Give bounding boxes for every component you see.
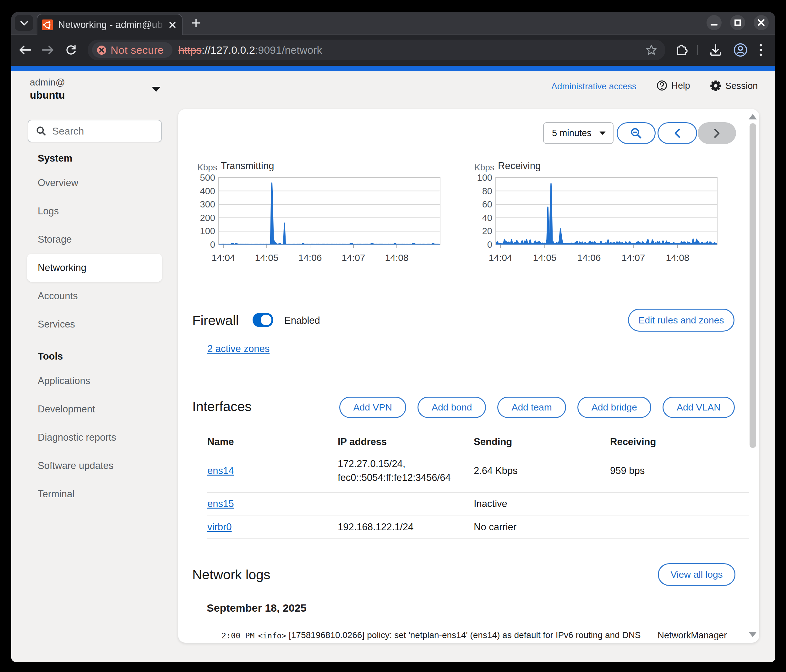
sending-cell: No carrier bbox=[474, 521, 610, 533]
sidebar-item-accounts[interactable]: Accounts bbox=[27, 282, 162, 310]
cockpit-page: admin@ ubuntu Search System Overview Log… bbox=[11, 71, 775, 662]
plus-icon bbox=[191, 18, 201, 28]
interface-buttons: Add VPN Add bond Add team Add bridge Add… bbox=[339, 397, 735, 418]
profile-avatar-icon bbox=[733, 43, 748, 57]
firewall-toggle[interactable] bbox=[253, 313, 273, 327]
interval-select[interactable]: 5 minutes bbox=[543, 122, 613, 144]
sending-cell: Inactive bbox=[474, 498, 610, 510]
transmitting-chart: Kbps Transmitting 010020030040050014:041… bbox=[178, 159, 454, 268]
add-team-button[interactable]: Add team bbox=[497, 397, 566, 418]
svg-text:14:04: 14:04 bbox=[211, 252, 235, 263]
svg-text:14:05: 14:05 bbox=[533, 252, 556, 263]
not-secure-icon bbox=[97, 45, 107, 55]
nav-tools-items: Applications Development Diagnostic repo… bbox=[11, 367, 178, 508]
svg-text:100: 100 bbox=[200, 226, 215, 236]
sidebar-item-logs[interactable]: Logs bbox=[27, 197, 162, 225]
browser-tab[interactable]: Networking - admin@ub bbox=[37, 14, 182, 35]
address-bar[interactable]: Not secure https://127.0.0.2:9091/networ… bbox=[88, 39, 665, 60]
log-level: <info> bbox=[258, 631, 286, 640]
sidebar-item-services[interactable]: Services bbox=[27, 310, 162, 338]
help-menu[interactable]: Help bbox=[657, 80, 690, 91]
security-badge-label: Not secure bbox=[111, 44, 163, 56]
zoom-out-button[interactable] bbox=[617, 122, 656, 144]
interface-link-virbr0[interactable]: virbr0 bbox=[208, 521, 232, 532]
window-controls bbox=[706, 15, 769, 30]
sidebar-item-development[interactable]: Development bbox=[27, 395, 162, 423]
svg-text:200: 200 bbox=[200, 213, 215, 223]
interface-link-ens15[interactable]: ens15 bbox=[208, 498, 234, 509]
sidebar-item-software-updates[interactable]: Software updates bbox=[27, 452, 162, 480]
host-switcher-button[interactable] bbox=[151, 86, 161, 94]
scrollbar-down-arrow[interactable] bbox=[748, 632, 757, 637]
sidebar-item-applications[interactable]: Applications bbox=[27, 367, 162, 395]
nav-section-system: System bbox=[38, 150, 72, 167]
profile-button[interactable] bbox=[733, 42, 748, 58]
search-icon bbox=[36, 126, 46, 136]
star-icon bbox=[646, 44, 657, 56]
interval-value: 5 minutes bbox=[552, 128, 591, 138]
downloads-button[interactable] bbox=[708, 42, 723, 58]
download-icon bbox=[709, 43, 722, 57]
log-entries: 2:00 PM <info> [1758196810.0266] policy:… bbox=[178, 628, 759, 643]
minimize-button[interactable] bbox=[706, 15, 722, 30]
sidebar-item-label: Applications bbox=[38, 375, 90, 387]
receiving-chart: Kbps Receiving 02040608010014:0414:0514:… bbox=[455, 159, 732, 268]
forward-button[interactable] bbox=[41, 42, 56, 58]
add-bond-button[interactable]: Add bond bbox=[418, 397, 486, 418]
view-all-logs-button[interactable]: View all logs bbox=[658, 563, 736, 586]
interface-name-cell: ens15 bbox=[208, 498, 338, 510]
sidebar-item-overview[interactable]: Overview bbox=[27, 169, 162, 197]
log-date: September 18, 2025 bbox=[207, 602, 307, 614]
browser-toolbar: Not secure https://127.0.0.2:9091/networ… bbox=[11, 35, 775, 66]
new-tab-button[interactable] bbox=[187, 15, 205, 31]
svg-text:0: 0 bbox=[487, 239, 492, 250]
back-button[interactable] bbox=[17, 42, 32, 58]
interfaces-title: Interfaces bbox=[192, 399, 252, 414]
svg-text:500: 500 bbox=[200, 173, 215, 183]
help-icon bbox=[657, 80, 667, 91]
add-bridge-button[interactable]: Add bridge bbox=[577, 397, 651, 418]
interface-link-ens14[interactable]: ens14 bbox=[208, 465, 234, 476]
svg-text:14:08: 14:08 bbox=[666, 252, 689, 263]
sidebar-item-storage[interactable]: Storage bbox=[27, 225, 162, 253]
log-entry[interactable]: 2:00 PM <info> [1758196810.0266] policy:… bbox=[178, 628, 759, 643]
tab-close-icon[interactable] bbox=[169, 21, 176, 28]
extensions-button[interactable] bbox=[675, 42, 690, 58]
maximize-button[interactable] bbox=[730, 15, 745, 30]
scrollbar-thumb[interactable] bbox=[750, 123, 756, 448]
interface-name-cell: ens14 bbox=[208, 465, 338, 477]
active-zones-link[interactable]: 2 active zones bbox=[208, 343, 270, 354]
svg-text:100: 100 bbox=[477, 173, 492, 183]
sidebar-search-input[interactable]: Search bbox=[28, 120, 162, 142]
sidebar-item-networking[interactable]: Networking bbox=[27, 253, 162, 282]
graph-back-button[interactable] bbox=[657, 122, 697, 144]
tab-search-button[interactable] bbox=[15, 15, 33, 31]
browser-menu-button[interactable] bbox=[753, 42, 769, 58]
session-label: Session bbox=[725, 81, 758, 91]
ip-address-cell: 192.168.122.1/24 bbox=[338, 520, 474, 534]
reload-icon bbox=[64, 43, 78, 57]
sidebar-item-label: Accounts bbox=[38, 290, 78, 302]
table-row: virbr0 192.168.122.1/24 No carrier bbox=[208, 515, 749, 539]
sidebar-item-terminal[interactable]: Terminal bbox=[27, 480, 162, 508]
sidebar-item-diagnostic-reports[interactable]: Diagnostic reports bbox=[27, 423, 162, 452]
bookmark-star-button[interactable] bbox=[646, 44, 657, 57]
add-vpn-button[interactable]: Add VPN bbox=[339, 397, 406, 418]
add-vlan-button[interactable]: Add VLAN bbox=[663, 397, 735, 418]
url-path: :9091/network bbox=[255, 44, 322, 56]
svg-text:14:04: 14:04 bbox=[489, 252, 512, 263]
table-row: ens14 172.27.0.15/24,fec0::5054:ff:fe12:… bbox=[208, 450, 749, 493]
edit-rules-button[interactable]: Edit rules and zones bbox=[628, 308, 734, 332]
security-badge[interactable]: Not secure bbox=[92, 42, 173, 58]
svg-text:20: 20 bbox=[482, 226, 492, 236]
graph-forward-button[interactable] bbox=[698, 122, 736, 144]
reload-button[interactable] bbox=[63, 42, 79, 58]
firewall-title: Firewall bbox=[192, 313, 239, 328]
sidebar-item-label: Networking bbox=[38, 262, 86, 274]
url-scheme: https bbox=[178, 44, 202, 56]
scrollbar-up-arrow[interactable] bbox=[748, 114, 757, 120]
administrative-access-link[interactable]: Administrative access bbox=[551, 82, 637, 91]
host-name: ubuntu bbox=[30, 89, 65, 101]
close-window-button[interactable] bbox=[754, 15, 769, 30]
session-menu[interactable]: Session bbox=[710, 80, 758, 91]
